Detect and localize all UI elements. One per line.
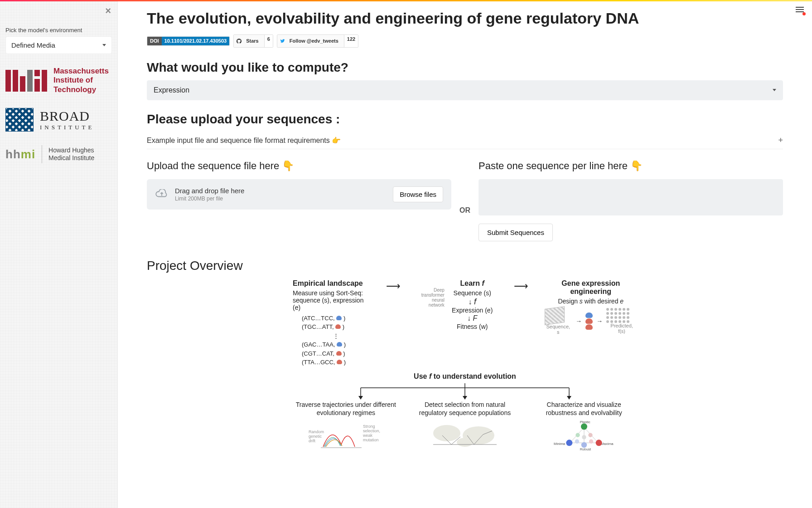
diagram-sequence-list: (ATC…TCC, ) (TGC…ATT, ) ⋮ (GAC…TAA, ) (C… (293, 314, 370, 367)
example-file-expander[interactable]: Example input file and sequence file for… (147, 132, 783, 149)
github-icon (237, 39, 242, 44)
overview-heading: Project Overview (147, 259, 783, 273)
github-stars-badge[interactable]: Stars 6 (233, 34, 273, 48)
doi-badge-value: 10.1101/2021.02.17.430503 (162, 37, 230, 45)
file-dropzone[interactable]: Drag and drop file here Limit 200MB per … (147, 179, 451, 210)
broad-wordmark: BROAD INSTITUTE (40, 108, 94, 131)
diagram-empirical-heading: Empirical landscape (293, 279, 370, 288)
hhmi-mark-icon: hhmi (5, 147, 35, 161)
twitter-follow-badge[interactable]: Follow @edv_tweets 122 (277, 34, 358, 48)
svg-point-33 (575, 439, 579, 443)
svg-text:Randomgeneticdrift: Randomgeneticdrift (309, 430, 324, 443)
diagram-engineering-sub: Design s with desired e (545, 298, 637, 305)
twitter-follow-label: Follow @edv_tweets (287, 37, 341, 45)
doi-badge-label: DOI (147, 37, 162, 45)
svg-point-11 (433, 425, 460, 441)
diagram-learn-heading: Learn f (447, 279, 498, 288)
diagram-bottom-evolvability: Characterize and visualize robustness an… (531, 401, 637, 451)
diagram-bottom-trajectories: Traverse trajectories under different ev… (293, 401, 399, 451)
caret-down-icon (102, 44, 106, 46)
svg-point-28 (566, 440, 572, 446)
doi-badge[interactable]: DOI 10.1101/2021.02.17.430503 (147, 36, 230, 46)
dropzone-text: Drag and drop file here Limit 200MB per … (175, 187, 244, 202)
menu-icon[interactable] (796, 5, 804, 14)
compute-heading: What would you like to compute? (147, 60, 783, 75)
diagram-fork-arrows (293, 383, 637, 401)
svg-marker-6 (463, 396, 467, 400)
svg-text:Strongselection,weakmutation: Strongselection,weakmutation (362, 424, 380, 442)
paste-sequence-title: Paste one sequence per line here 👇 (478, 160, 783, 172)
badge-row: DOI 10.1101/2021.02.17.430503 Stars 6 Fo… (147, 34, 783, 48)
plus-icon: + (778, 136, 783, 145)
hhmi-logo: hhmi Howard Hughes Medical Institute (5, 145, 112, 163)
diagram-learn-flow: Sequence (s) ↓ f Expression (e) ↓ F Fitn… (447, 289, 498, 330)
twitter-follow-count: 122 (344, 35, 358, 47)
sequence-textarea[interactable] (478, 179, 783, 215)
mit-wordmark: Massachusetts Institute of Technology (53, 67, 109, 94)
svg-point-13 (457, 438, 473, 447)
compute-select-value: Expression (154, 86, 189, 94)
diagram-mid-heading: Use f to understand evolution (293, 372, 637, 381)
svg-text:Robust: Robust (580, 447, 591, 451)
compute-select[interactable]: Expression (147, 80, 783, 100)
broad-logo: BROAD INSTITUTE (5, 108, 112, 132)
or-divider: OR (459, 186, 470, 215)
svg-point-32 (588, 433, 592, 437)
upload-heading: Please upload your sequences : (147, 112, 783, 127)
diagram-engineering-heading: Gene expression engineering (545, 279, 637, 296)
github-stars-label: Stars (243, 37, 261, 45)
hhmi-wordmark: Howard Hughes Medical Institute (48, 147, 94, 162)
upload-file-title: Upload the sequence file here 👇 (147, 160, 451, 172)
submit-sequences-button[interactable]: Submit Sequences (478, 224, 553, 241)
example-file-expander-label: Example input file and sequence file for… (147, 136, 341, 145)
sidebar-close-icon[interactable]: × (105, 6, 111, 16)
diagram-nn-label: Deeptransformerneural network (417, 288, 444, 338)
arrow-right-icon: ⟶ (514, 280, 528, 292)
caret-down-icon (773, 89, 776, 91)
sidebar: × Pick the model's environment Defined M… (0, 1, 118, 508)
mit-logo: Massachusetts Institute of Technology (5, 67, 112, 94)
env-select-label: Pick the model's environment (5, 27, 112, 34)
diagram-bottom-selection: Detect selection from natural regulatory… (412, 401, 518, 451)
main-content: The evolution, evolvability and engineer… (118, 1, 812, 508)
svg-point-31 (575, 433, 580, 437)
paste-sequence-column: Paste one sequence per line here 👇 Submi… (478, 160, 783, 241)
twitter-icon (280, 39, 285, 44)
upload-file-column: Upload the sequence file here 👇 Drag and… (147, 160, 451, 210)
overview-diagram: Empirical landscape Measure using Sort-S… (293, 279, 637, 451)
svg-point-34 (589, 439, 593, 443)
svg-point-30 (581, 442, 586, 448)
svg-marker-5 (358, 396, 363, 400)
top-accent-strip (0, 0, 812, 1)
github-stars-count: 6 (264, 35, 273, 47)
svg-text:Maxima: Maxima (601, 442, 614, 446)
env-select-value: Defined Media (11, 41, 55, 49)
env-select[interactable]: Defined Media (5, 36, 112, 54)
page-title: The evolution, evolvability and engineer… (147, 9, 783, 28)
svg-text:Minima: Minima (554, 442, 566, 446)
diagram-empirical-sub: Measure using Sort-Seq: sequence (s), ex… (293, 289, 370, 311)
svg-marker-7 (567, 396, 571, 400)
svg-point-27 (581, 423, 587, 430)
divider (42, 145, 42, 163)
svg-point-29 (595, 440, 602, 446)
browse-files-button[interactable]: Browse files (393, 186, 443, 202)
net-label-plastic: Plastic (580, 420, 590, 424)
svg-point-35 (582, 435, 586, 439)
cloud-upload-icon (155, 189, 169, 199)
diagram-engineering-row: Sequence, s → → Predicted, f(s) (545, 308, 637, 335)
arrow-right-icon: ⟶ (386, 280, 401, 292)
mit-mark-icon (5, 70, 47, 92)
broad-mark-icon (5, 108, 34, 132)
